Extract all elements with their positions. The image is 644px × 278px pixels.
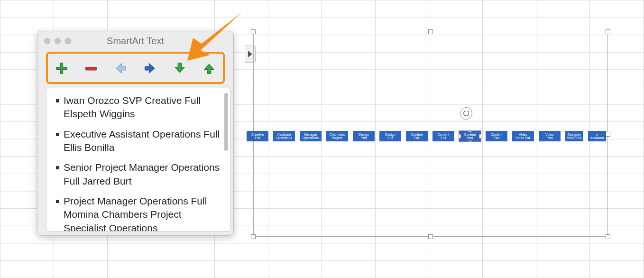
smartart-node[interactable]: VideoPart [539, 131, 561, 141]
resize-handle-se[interactable] [606, 234, 610, 239]
scrollbar-thumb[interactable] [224, 93, 228, 151]
smartart-node[interactable]: CreativeFull [247, 131, 268, 141]
node-line1: Design [353, 133, 374, 136]
smartart-node[interactable]: ContentPart [486, 131, 507, 141]
smartart-node-row: CreativeFullAssistantOperationsManagerOp… [247, 131, 606, 141]
list-item[interactable]: Iwan Orozco SVP Creative Full Elspeth Wi… [56, 94, 221, 121]
smartart-node[interactable]: ContentFull [432, 131, 454, 141]
arrow-up-icon [202, 61, 216, 75]
smartart-text-panel: SmartArt Text [37, 31, 234, 236]
smartart-canvas[interactable]: CreativeFullAssistantOperationsManagerOp… [253, 32, 608, 237]
node-line2: Part [539, 136, 560, 139]
rotate-handle[interactable] [460, 107, 472, 120]
node-line1: Content [433, 133, 454, 136]
node-line1: n [589, 133, 606, 136]
node-line2: Project [327, 136, 348, 139]
node-line1: Design [380, 133, 401, 136]
smartart-node[interactable]: AssistantOperations [273, 131, 295, 141]
chevron-right-icon [248, 51, 252, 57]
node-line1: Video [539, 133, 560, 136]
promote-button[interactable] [111, 59, 129, 77]
node-line1: Content [460, 133, 480, 136]
node-line1: Designer [566, 133, 583, 136]
toolbar-highlight-box [46, 52, 225, 84]
smartart-node[interactable]: ChambersProject [326, 131, 348, 141]
remove-shape-button[interactable] [82, 59, 100, 77]
panel-titlebar[interactable]: SmartArt Text [37, 31, 233, 50]
minus-icon [84, 61, 98, 75]
window-controls [44, 38, 71, 44]
text-list-area[interactable]: Iwan Orozco SVP Creative Full Elspeth Wi… [46, 88, 230, 232]
node-line1: Creative [247, 133, 268, 136]
minimize-window-button[interactable] [55, 38, 61, 44]
node-line1: Assistant [274, 133, 294, 136]
node-line2: Full [380, 136, 401, 139]
node-line2: Full [406, 136, 427, 139]
smartart-node[interactable]: DesignPart [353, 131, 375, 141]
smartart-node[interactable]: DesignerVideo Full [565, 131, 583, 141]
smartart-node[interactable]: ContentPart [459, 131, 481, 141]
resize-handle-ne[interactable] [606, 29, 610, 34]
svg-rect-0 [86, 67, 97, 70]
node-line1: Chambers [327, 133, 348, 136]
resize-handle-n[interactable] [428, 29, 433, 34]
move-up-button[interactable] [200, 59, 218, 77]
resize-handle-e[interactable] [606, 132, 610, 137]
smartart-node[interactable]: VideoVideo Full [512, 131, 534, 141]
move-down-button[interactable] [171, 59, 189, 77]
node-line1: Video [513, 133, 534, 136]
smartart-node[interactable]: ContentFull [406, 131, 428, 141]
resize-handle-sw[interactable] [251, 234, 256, 239]
arrow-left-icon [113, 61, 128, 75]
node-line2: Part [353, 136, 374, 139]
smartart-node[interactable]: DesignFull [379, 131, 401, 141]
node-line2: Assistant [589, 136, 606, 139]
node-line2: Full [247, 136, 268, 139]
list-item[interactable]: Project Manager Operations Full Momina C… [56, 195, 221, 232]
list-item[interactable]: Executive Assistant Operations Full Elli… [56, 128, 221, 155]
node-line2: Operations [300, 136, 321, 139]
node-line2: Full [433, 136, 454, 139]
node-line1: Manager [300, 133, 321, 136]
node-line1: Content [406, 133, 427, 136]
node-line2: Operations [274, 136, 294, 139]
rotate-icon [462, 110, 470, 117]
smartart-node[interactable]: ManagerOperations [300, 131, 322, 141]
plus-icon [55, 61, 69, 75]
smartart-node[interactable]: nAssistant [588, 131, 606, 141]
list-item[interactable]: Senior Project Manager Operations Full J… [56, 161, 221, 188]
node-line2: Part [460, 136, 480, 139]
add-shape-button[interactable] [53, 59, 71, 77]
node-line1: Content [486, 133, 507, 136]
node-line2: Video Full [566, 136, 583, 139]
demote-button[interactable] [141, 59, 159, 77]
resize-handle-nw[interactable] [251, 29, 256, 34]
node-line2: Video Full [513, 136, 534, 139]
resize-handle-s[interactable] [428, 234, 433, 239]
zoom-window-button[interactable] [65, 38, 71, 44]
node-line2: Part [486, 136, 507, 139]
text-list: Iwan Orozco SVP Creative Full Elspeth Wi… [56, 94, 221, 232]
smartart-toolbar [53, 56, 218, 80]
arrow-down-icon [173, 61, 187, 75]
arrow-right-icon [143, 61, 157, 75]
close-window-button[interactable] [44, 38, 50, 44]
